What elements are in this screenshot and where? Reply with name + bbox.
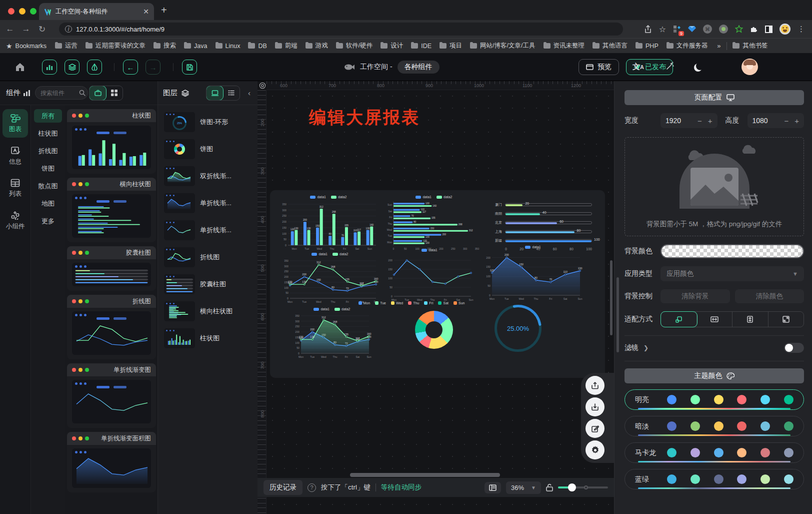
sidebar-tab-3[interactable]: 小组件 — [2, 206, 28, 235]
help-icon[interactable]: ? — [308, 483, 316, 492]
width-stepper[interactable]: 1920−+ — [660, 113, 718, 128]
canvas-horizontal-scrollbar[interactable] — [350, 473, 500, 477]
canvas-chart-area[interactable]: data1050100150200MonTueWedThuFriSatSun12… — [482, 245, 584, 301]
macos-zoom-button[interactable] — [30, 8, 36, 15]
clear-color-button[interactable]: 清除颜色 — [735, 289, 804, 303]
translate-icon[interactable]: 文A — [632, 62, 644, 72]
app-type-select[interactable]: 应用颜色▼ — [660, 266, 804, 281]
zoom-slider[interactable] — [558, 486, 608, 488]
bookmarks-overflow-icon[interactable]: » — [717, 42, 720, 50]
user-avatar[interactable] — [742, 59, 758, 75]
width-plus-button[interactable]: + — [708, 117, 712, 125]
layer-item[interactable]: 折线图 — [164, 247, 252, 267]
theme-row-蓝绿[interactable]: 蓝绿 — [624, 469, 804, 489]
layers-tool-button[interactable] — [64, 60, 80, 75]
legend-item[interactable]: data1 — [312, 252, 328, 256]
canvas-chart-bar[interactable]: data1data2050100150200250300350MonTueWed… — [278, 195, 379, 251]
home-icon[interactable] — [15, 63, 25, 72]
bookmark-star-icon[interactable]: ☆ — [659, 25, 666, 34]
bookmark-folder[interactable]: 资讯未整理 — [540, 40, 588, 52]
category-3[interactable]: 饼图 — [34, 162, 62, 175]
dashboard-preview[interactable]: data1data2050100150200250300350MonTueWed… — [270, 190, 605, 378]
dark-mode-moon-icon[interactable] — [696, 62, 704, 72]
bookmark-folder[interactable]: 网站/博客/文章/工具 — [466, 40, 538, 52]
filter-toggle[interactable] — [784, 343, 804, 353]
theme-row-马卡龙[interactable]: 马卡龙 — [624, 442, 804, 463]
component-card[interactable]: 横向柱状图 — [67, 178, 156, 242]
component-card[interactable]: 柱状图 — [67, 109, 156, 174]
legend-item[interactable]: data1 — [310, 195, 326, 199]
bookmark-folder[interactable]: PHP — [632, 41, 662, 51]
height-stepper[interactable]: 1080−+ — [748, 113, 804, 128]
design-canvas[interactable]: 6007008009001000110012001300 20030040050… — [258, 81, 614, 514]
new-tab-button[interactable]: + — [161, 5, 167, 15]
legend-item[interactable]: Wed — [391, 301, 403, 305]
bookmark-folder[interactable]: 设计 — [377, 40, 406, 52]
component-card[interactable]: 单折线渐变图 — [67, 363, 156, 428]
command-extension-icon[interactable]: ⌘ — [703, 25, 712, 34]
theme-row-明亮[interactable]: 明亮 — [624, 389, 804, 410]
width-minus-button[interactable]: − — [698, 117, 702, 125]
clear-background-button[interactable]: 清除背景 — [660, 289, 730, 303]
legend-item[interactable]: Tue — [375, 301, 386, 305]
category-4[interactable]: 散点图 — [34, 179, 62, 193]
category-6[interactable]: 更多 — [34, 214, 62, 228]
canvas-chart-line-gradient[interactable]: data1050100150200MonTueWedThuFriSatSun — [384, 248, 475, 302]
bookmark-folder[interactable]: 搜索 — [150, 40, 180, 52]
fit-scale-button[interactable] — [661, 312, 697, 327]
category-1[interactable]: 柱状图 — [34, 127, 62, 140]
layer-item[interactable]: 单折线渐... — [164, 193, 252, 213]
category-0[interactable]: 所有 — [34, 109, 62, 123]
layer-item[interactable]: 横向柱状图 — [164, 301, 252, 321]
project-name-badge[interactable]: 各种组件 — [398, 61, 440, 74]
zoom-slider-knob[interactable] — [568, 483, 576, 491]
height-minus-button[interactable]: − — [784, 117, 788, 125]
tab-manager-extension-icon[interactable]: 9 — [673, 25, 681, 33]
reload-icon[interactable]: ↻ — [34, 24, 50, 35]
category-2[interactable]: 折线图 — [34, 144, 62, 158]
layers-thumbnail-view-button[interactable] — [206, 86, 223, 100]
bookmark-folder[interactable]: 文件服务器 — [663, 40, 712, 52]
legend-item[interactable]: data2 — [331, 195, 347, 199]
legend-item[interactable]: data2 — [332, 252, 348, 256]
macos-minimize-button[interactable] — [19, 8, 26, 15]
charts-tool-button[interactable] — [42, 60, 57, 75]
bookmark-folder[interactable]: 游戏 — [302, 40, 332, 52]
ruler-eye-icon[interactable] — [259, 82, 266, 89]
collapse-panel-icon[interactable]: ‹ — [248, 89, 250, 97]
bookmark-folder[interactable]: 其他语言 — [589, 40, 631, 52]
bookmark-folder[interactable]: 项目 — [436, 40, 466, 52]
legend-item[interactable]: Thu — [408, 301, 419, 305]
settings-scrollbar[interactable] — [616, 277, 619, 352]
star-extension-icon[interactable] — [735, 25, 743, 33]
unlock-icon[interactable] — [546, 483, 553, 491]
bookmark-folder[interactable]: Java — [180, 41, 210, 51]
layer-item[interactable]: 胶囊柱图 — [164, 274, 252, 294]
redo-button[interactable]: → — [146, 60, 160, 75]
magic-wand-icon[interactable] — [665, 62, 674, 71]
bookmark-folder[interactable]: Linux — [212, 41, 244, 51]
theme-row-暗淡[interactable]: 暗淡 — [624, 416, 804, 436]
bookmarks-label[interactable]: Bookmarks — [16, 43, 47, 50]
save-button[interactable] — [182, 60, 197, 75]
legend-item[interactable]: Sun — [454, 301, 464, 305]
address-bar[interactable]: i 127.0.0.1:3000/#/chart/home/9 — [59, 23, 623, 36]
bookmark-folder[interactable]: 运营 — [52, 40, 81, 52]
browser-menu-icon[interactable]: ⋮ — [798, 25, 805, 34]
profile-avatar[interactable] — [780, 24, 790, 35]
layer-item[interactable]: 单折线渐... — [164, 220, 252, 240]
layer-item[interactable]: 双折线渐... — [164, 166, 252, 186]
canvas-chart-ring[interactable]: 25.00% — [494, 304, 542, 352]
fit-height-button[interactable] — [732, 312, 768, 327]
sidebar-tab-1[interactable]: 信息 — [2, 142, 28, 170]
background-upload-dropzone[interactable]: 背景图需小于 5M ，格式为 png/jpg/gif 的文件 — [624, 137, 804, 236]
layers-list-view-button[interactable] — [223, 86, 240, 100]
canvas-chart-capsule[interactable]: 厦门20南阳40北京60上海80新疆100020406080100 — [488, 198, 598, 252]
layer-item[interactable]: 25% 饼图-环形 — [164, 112, 252, 132]
browser-tab[interactable]: 工作空间-各种组件 ✕ — [39, 3, 154, 20]
bookmark-folder[interactable]: 前端 — [272, 40, 301, 52]
fit-width-button[interactable] — [697, 312, 733, 327]
site-info-icon[interactable]: i — [65, 26, 72, 33]
legend-item[interactable]: Mon — [358, 301, 370, 305]
filter-tool-button[interactable] — [87, 60, 102, 75]
